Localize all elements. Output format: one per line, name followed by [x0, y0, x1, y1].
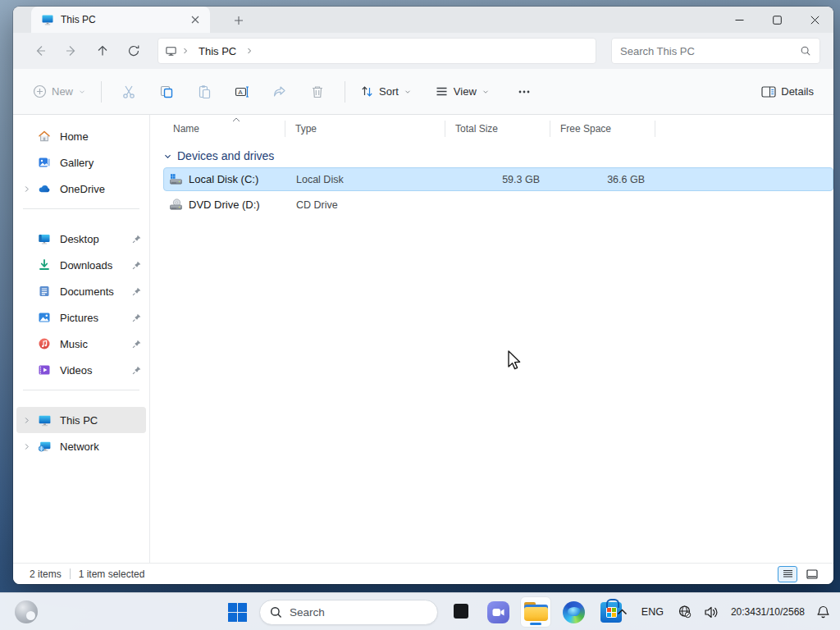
sidebar-item-label: This PC [60, 414, 146, 427]
taskbar-search[interactable]: Search [259, 600, 438, 625]
sidebar-item-label: Home [60, 130, 146, 143]
sidebar-item-music[interactable]: Music [16, 331, 146, 357]
sidebar-item-videos[interactable]: Videos [16, 357, 146, 383]
sidebar-item-label: OneDrive [60, 183, 146, 195]
navigation-bar: This PC [13, 33, 833, 69]
details-pane-label: Details [781, 85, 814, 98]
details-view-icon [783, 569, 793, 578]
explorer-search[interactable] [611, 38, 820, 64]
column-header-total-size[interactable]: Total Size [445, 121, 550, 137]
copilot-icon[interactable] [15, 600, 38, 623]
sort-button-label: Sort [379, 85, 399, 98]
close-button[interactable] [796, 7, 833, 33]
file-explorer-window: This PC [13, 7, 833, 584]
expand-chevron-icon[interactable] [16, 442, 36, 451]
sort-button[interactable]: Sort [354, 77, 418, 107]
back-icon[interactable] [26, 38, 54, 64]
column-header-type[interactable]: Type [285, 121, 445, 137]
sidebar-item-label: Desktop [60, 233, 126, 245]
chevron-down-icon [404, 88, 412, 96]
sidebar-item-pictures[interactable]: Pictures [16, 304, 146, 331]
view-button-label: View [454, 85, 477, 98]
copy-icon[interactable] [152, 77, 181, 107]
sidebar-item-documents[interactable]: Documents [16, 278, 146, 304]
view-button[interactable]: View [428, 77, 496, 107]
expand-chevron-icon[interactable] [16, 185, 36, 194]
start-button[interactable] [221, 596, 253, 628]
notifications-bell-icon[interactable] [813, 597, 833, 627]
documents-icon [36, 285, 52, 298]
home-icon [36, 130, 52, 143]
column-header-free-space[interactable]: Free Space [550, 121, 655, 137]
videos-icon [36, 363, 52, 377]
details-pane-button[interactable]: Details [755, 77, 820, 107]
language-indicator[interactable]: ENG [636, 597, 669, 627]
sidebar-item-gallery[interactable]: Gallery [16, 149, 146, 176]
breadcrumb-this-pc[interactable]: This PC [194, 45, 241, 57]
address-bar[interactable]: This PC [158, 38, 596, 64]
new-button[interactable]: New [26, 77, 93, 107]
file-explorer-button[interactable] [520, 596, 551, 628]
sidebar-item-label: Downloads [60, 259, 126, 272]
new-tab-icon[interactable] [228, 11, 249, 30]
file-name: DVD Drive (D:) [189, 199, 260, 211]
svg-text:A: A [238, 88, 243, 95]
group-collapse-chevron-icon [163, 152, 172, 161]
hidden-icons-chevron-icon[interactable] [614, 597, 631, 627]
taskbar-search-label: Search [290, 606, 325, 619]
new-button-label: New [52, 85, 73, 98]
sidebar-item-this-pc[interactable]: This PC [16, 407, 146, 433]
file-type: CD Drive [286, 199, 446, 211]
details-view-toggle[interactable] [778, 566, 797, 582]
file-row-dvd-drive-d[interactable]: DVD Drive (D:) CD Drive [163, 193, 833, 217]
sidebar-item-label: Videos [60, 364, 126, 377]
maximize-button[interactable] [758, 7, 796, 33]
minimize-button[interactable] [720, 7, 758, 33]
edge-icon [563, 601, 585, 623]
sidebar-item-downloads[interactable]: Downloads [16, 252, 146, 278]
clock-date: 31/10/2568 [756, 606, 805, 619]
pin-icon [126, 286, 146, 297]
paste-icon[interactable] [189, 77, 219, 107]
clock[interactable]: 20:34 31/10/2568 [728, 597, 808, 627]
share-icon[interactable] [265, 77, 294, 107]
network-globe-icon[interactable] [674, 597, 696, 627]
refresh-icon[interactable] [120, 38, 148, 64]
tab-this-pc[interactable]: This PC [31, 7, 210, 33]
pin-icon [126, 339, 146, 349]
chevron-down-icon [78, 88, 86, 96]
onedrive-icon [36, 182, 52, 196]
expand-chevron-icon[interactable] [16, 416, 36, 425]
more-ellipsis-icon[interactable] [509, 77, 539, 107]
forward-icon[interactable] [57, 38, 85, 64]
system-tray: ENG 20:34 31/10/2568 [614, 593, 833, 630]
volume-icon[interactable] [701, 597, 723, 627]
sidebar-item-desktop[interactable]: Desktop [16, 226, 146, 252]
pin-icon [126, 313, 146, 323]
large-thumbnails-toggle[interactable] [802, 566, 822, 582]
rename-icon[interactable]: A [227, 77, 257, 107]
delete-icon[interactable] [303, 77, 332, 107]
sidebar-item-label: Documents [60, 285, 126, 298]
hard-drive-icon [169, 172, 183, 186]
group-devices-and-drives[interactable]: Devices and drives [163, 149, 833, 162]
tab-close-icon[interactable] [187, 11, 203, 28]
sidebar-item-onedrive[interactable]: OneDrive [16, 176, 146, 202]
file-row-local-disk-c[interactable]: Local Disk (C:) Local Disk 59.3 GB 36.6 … [163, 167, 833, 191]
cut-icon[interactable] [114, 77, 144, 107]
column-header-name[interactable]: Name [163, 121, 285, 137]
task-view-button[interactable] [445, 596, 476, 628]
up-icon[interactable] [89, 38, 116, 64]
sidebar-item-label: Network [60, 441, 146, 453]
chat-button[interactable] [482, 596, 514, 628]
edge-button[interactable] [558, 596, 589, 628]
address-monitor-icon [165, 45, 177, 57]
file-total-size: 59.3 GB [446, 174, 551, 185]
sidebar-item-home[interactable]: Home [16, 123, 146, 149]
command-bar: New A Sort [13, 69, 833, 115]
plus-circle-icon [33, 84, 47, 98]
explorer-search-input[interactable] [620, 45, 800, 57]
sidebar-item-network[interactable]: Network [16, 433, 146, 459]
column-headers: Name Type Total Size Free Space [163, 118, 833, 139]
group-label: Devices and drives [177, 149, 274, 162]
